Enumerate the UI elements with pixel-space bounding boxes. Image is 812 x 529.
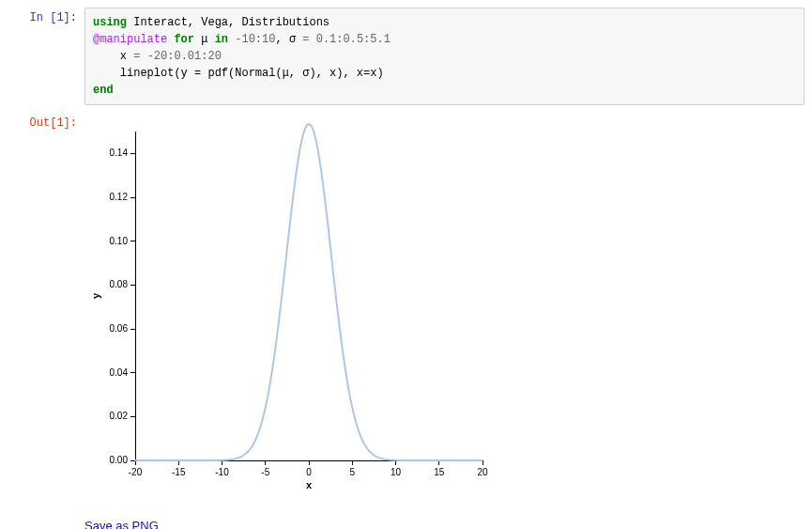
indent3 <box>93 50 120 63</box>
x-axis-label: x <box>306 479 313 490</box>
y-tick-label: 0.08 <box>110 279 129 289</box>
var-sigma: σ <box>289 33 296 46</box>
code-editor[interactable]: using Interact, Vega, Distributions @man… <box>84 8 804 105</box>
y-axis-label: y <box>90 292 101 299</box>
indent4 <box>93 67 120 80</box>
x-tick-label: 20 <box>477 467 488 477</box>
kw-in: in <box>215 33 228 46</box>
using-targets: Interact, Vega, Distributions <box>127 16 329 29</box>
y-axis: 0.000.020.040.060.080.100.120.14 <box>110 132 135 465</box>
y-tick-label: 0.04 <box>110 367 129 378</box>
out-prompt: Out[1]: <box>8 113 84 529</box>
input-cell: In [1]: using Interact, Vega, Distributi… <box>8 8 804 105</box>
kw-end: end <box>93 84 114 97</box>
range-mu: -10:10 <box>228 33 275 46</box>
kw-using: using <box>93 16 127 29</box>
comma: , <box>275 33 288 46</box>
output-cell: Out[1]: 0.000.020.040.060.080.100.120.14… <box>8 113 804 529</box>
x-tick-label: -5 <box>261 467 269 477</box>
y-tick-label: 0.10 <box>110 236 129 246</box>
lineplot-call: lineplot(y = pdf(Normal(μ, σ), x), x=x) <box>120 67 384 80</box>
y-tick-label: 0.12 <box>110 192 129 202</box>
x-tick-label: 5 <box>349 467 355 477</box>
x-tick-label: 0 <box>306 467 312 477</box>
macro-manipulate: @manipulate <box>93 33 167 46</box>
y-tick-label: 0.14 <box>110 148 129 158</box>
var-x: x <box>120 50 127 63</box>
save-as-png-link[interactable]: Save as PNG <box>84 519 159 529</box>
x-tick-label: -20 <box>129 467 143 477</box>
eq-op2: = <box>127 50 147 63</box>
x-tick-label: 15 <box>434 467 445 477</box>
series-line <box>135 124 483 460</box>
y-tick-label: 0.06 <box>110 323 129 334</box>
y-tick-label: 0.02 <box>110 411 129 421</box>
range-x: -20:0.01:20 <box>147 50 222 63</box>
x-tick-label: -15 <box>172 467 186 477</box>
eq-op: = <box>296 33 316 46</box>
y-tick-label: 0.00 <box>110 455 129 465</box>
x-axis: -20-15-10-505101520 <box>129 460 488 477</box>
var-mu: μ <box>201 33 207 46</box>
kw-for: for <box>174 33 194 46</box>
x-tick-label: -10 <box>215 467 229 477</box>
chart: 0.000.020.040.060.080.100.120.14 -20-15-… <box>84 122 498 498</box>
x-tick-label: 10 <box>391 467 402 477</box>
in-prompt: In [1]: <box>8 8 84 105</box>
range-sigma: 0.1:0.5:5.1 <box>316 33 391 46</box>
